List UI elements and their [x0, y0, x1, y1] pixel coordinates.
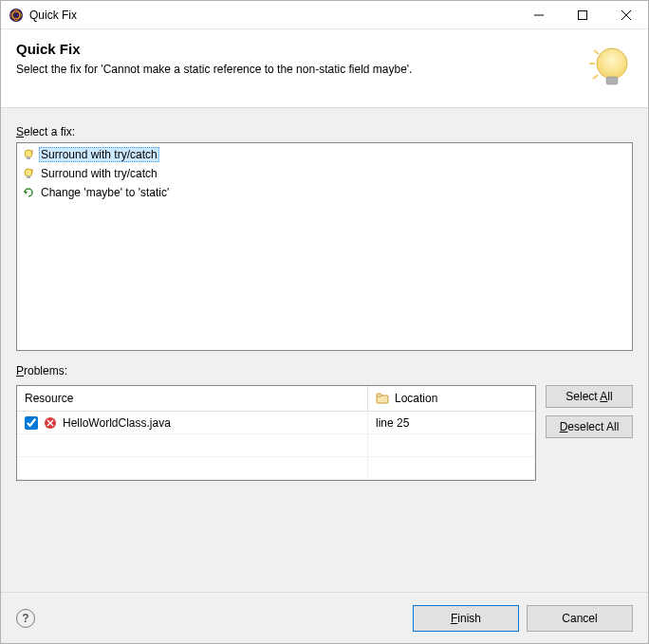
dialog-header: Quick Fix Select the fix for 'Cannot mak…: [1, 29, 648, 108]
svg-line-10: [594, 50, 599, 54]
column-header-location[interactable]: Location: [368, 386, 535, 411]
column-header-resource[interactable]: Resource: [17, 386, 368, 411]
fix-item-label: Surround with try/catch: [39, 167, 159, 180]
help-icon: ?: [22, 612, 28, 625]
problems-row: Resource Location: [16, 385, 633, 481]
table-side-buttons: Select All Deselect All: [546, 385, 633, 438]
fix-item-label: Surround with try/catch: [39, 147, 159, 162]
header-text: Quick Fix Select the fix for 'Cannot mak…: [16, 41, 572, 76]
deselect-all-button[interactable]: Deselect All: [546, 415, 633, 438]
table-row-empty: [17, 457, 535, 480]
svg-rect-16: [27, 175, 30, 178]
header-title: Quick Fix: [16, 41, 572, 57]
problems-table: Resource Location: [16, 385, 536, 481]
fix-item[interactable]: ! Surround with try/catch: [19, 164, 630, 183]
fix-item[interactable]: ! Surround with try/catch: [19, 145, 630, 164]
svg-text:!: !: [31, 149, 33, 155]
titlebar: Quick Fix: [1, 1, 648, 29]
svg-line-11: [593, 75, 598, 79]
minimize-icon: [534, 10, 544, 20]
fix-item-label: Change 'maybe' to 'static': [39, 186, 171, 199]
window-controls: [517, 1, 648, 28]
problems-label: Problems:: [16, 364, 633, 377]
dialog-window: Quick Fix Quick Fix Select the fix for '…: [0, 0, 649, 644]
row-checkbox[interactable]: [25, 416, 38, 430]
finish-button[interactable]: Finish: [413, 605, 519, 632]
close-button[interactable]: [604, 1, 648, 28]
svg-rect-4: [579, 10, 587, 19]
close-icon: [621, 10, 631, 20]
svg-text:!: !: [31, 168, 33, 174]
header-subtitle: Select the fix for 'Cannot make a static…: [16, 63, 572, 76]
svg-rect-20: [377, 394, 381, 396]
help-button[interactable]: ?: [16, 609, 35, 628]
lightbulb-icon: !: [22, 167, 35, 180]
dialog-footer: ? Finish Cancel: [1, 592, 648, 643]
location-icon: [376, 393, 389, 404]
eclipse-icon: [9, 8, 24, 23]
cancel-button[interactable]: Cancel: [527, 605, 633, 632]
error-icon: [44, 416, 57, 430]
dialog-body: Select a fix: ! Surround with try/catch …: [1, 108, 648, 592]
fix-list[interactable]: ! Surround with try/catch ! Surround wit…: [16, 142, 633, 351]
select-all-button[interactable]: Select All: [546, 385, 633, 408]
maximize-icon: [578, 10, 587, 20]
cell-location: line 25: [368, 416, 535, 430]
svg-rect-13: [27, 156, 30, 159]
select-fix-label: Select a fix:: [16, 125, 633, 138]
lightbulb-banner-icon: [580, 41, 633, 94]
fix-item[interactable]: Change 'maybe' to 'static': [19, 183, 630, 202]
minimize-button[interactable]: [517, 1, 561, 28]
maximize-button[interactable]: [561, 1, 604, 28]
svg-point-7: [597, 48, 627, 79]
table-row-empty: [17, 434, 535, 457]
cell-resource: HelloWorldClass.java: [17, 412, 368, 433]
resource-name: HelloWorldClass.java: [63, 416, 171, 430]
table-header: Resource Location: [17, 386, 535, 412]
svg-point-0: [9, 9, 23, 22]
lightbulb-icon: !: [22, 148, 35, 161]
svg-rect-8: [606, 77, 618, 84]
table-row[interactable]: HelloWorldClass.java line 25: [17, 412, 535, 434]
window-title: Quick Fix: [29, 9, 517, 22]
change-icon: [22, 186, 35, 199]
